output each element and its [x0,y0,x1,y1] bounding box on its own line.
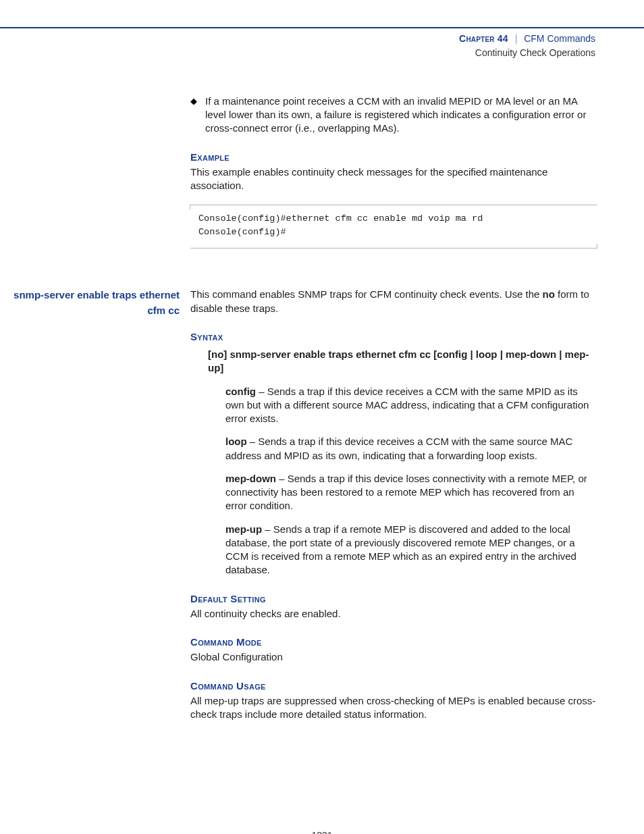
bracket-open-2: [ [431,348,437,360]
kw-command: snmp-server enable traps ethernet cfm cc [230,348,431,360]
param-loop: loop – Sends a trap if this device recei… [225,435,597,463]
param-desc: – Sends a trap if this device receives a… [225,436,572,461]
command-mode-heading: Command Mode [190,635,597,649]
param-desc: – Sends a trap if this device receives a… [225,386,589,425]
bar-2: | [498,348,506,360]
param-mep-up: mep-up – Sends a trap if a remote MEP is… [225,523,597,577]
syntax-line: [no] snmp-server enable traps ethernet c… [208,348,597,375]
command-usage-text: All mep-up traps are suppressed when cro… [190,694,597,722]
block-1: ◆ If a maintenance point receives a CCM … [190,95,597,249]
intro-pre: This command enables SNMP traps for CFM … [190,288,543,300]
kw-loop: loop [476,348,498,360]
chapter-line: Chapter 44 | CFM Commands [0,32,595,45]
param-name: loop [225,436,247,447]
default-setting-heading: Default Setting [190,592,597,606]
content: ◆ If a maintenance point receives a CCM … [0,95,644,722]
command-name-margin: snmp-server enable traps ethernet cfm cc [0,288,185,318]
default-setting-text: All continuity checks are enabled. [190,607,597,621]
bar-1: | [467,348,476,360]
param-desc: – Sends a trap if a remote MEP is discov… [225,523,576,576]
diamond-bullet-icon: ◆ [190,95,205,136]
chapter-title: CFM Commands [524,33,595,44]
intro-no-keyword: no [543,288,555,300]
syntax-heading: Syntax [190,330,597,344]
chapter-separator: | [515,33,518,44]
running-header: Chapter 44 | CFM Commands Continuity Che… [0,28,644,59]
chapter-label: Chapter 44 [459,33,508,44]
param-config: config – Sends a trap if this device rec… [225,385,597,426]
example-intro: This example enables continuity check me… [190,165,597,193]
param-name: mep-down [225,473,276,484]
page: Chapter 44 | CFM Commands Continuity Che… [0,27,644,834]
code-block: Console(config)#ethernet cfm cc enable m… [190,205,597,249]
kw-no: no [211,348,223,360]
bracket-close: ] [223,348,230,360]
bar-3: | [556,348,565,360]
command-mode-text: Global Configuration [190,650,597,664]
kw-config: config [437,348,467,360]
page-number: – 1331 – [0,829,644,834]
bullet-item: ◆ If a maintenance point receives a CCM … [190,95,597,136]
bracket-close-2: ] [220,362,223,373]
block-2-body: This command enables SNMP traps for CFM … [190,288,597,721]
example-heading: Example [190,151,597,164]
param-name: mep-up [225,523,262,535]
kw-mep-down: mep-down [506,348,556,360]
param-desc: – Sends a trap if this device loses conn… [225,473,587,512]
bullet-text: If a maintenance point receives a CCM wi… [205,95,597,136]
param-name: config [225,386,256,397]
command-usage-heading: Command Usage [190,679,597,693]
syntax-block: [no] snmp-server enable traps ethernet c… [208,348,597,577]
param-mep-down: mep-down – Sends a trap if this device l… [225,472,597,513]
section-title: Continuity Check Operations [0,47,595,59]
command-intro: This command enables SNMP traps for CFM … [190,288,597,315]
block-2: snmp-server enable traps ethernet cfm cc… [0,288,644,721]
